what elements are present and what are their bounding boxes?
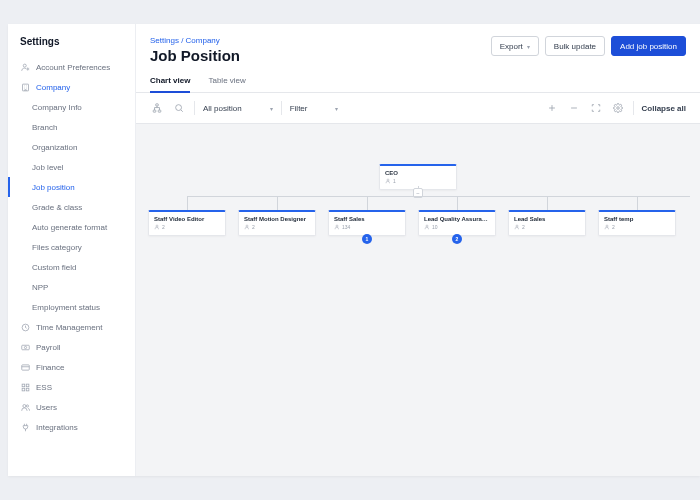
svg-rect-6 (21, 364, 29, 369)
org-node[interactable]: Staff temp2 (598, 210, 676, 236)
hierarchy-icon[interactable] (150, 101, 164, 115)
grid-icon (20, 382, 30, 392)
svg-rect-13 (156, 104, 159, 106)
sidebar-item-job-level[interactable]: Job level (8, 157, 135, 177)
breadcrumb[interactable]: Settings / Company (150, 36, 240, 45)
svg-point-24 (606, 225, 608, 227)
sidebar-item-label: Custom field (32, 263, 76, 272)
node-headcount: 1 (385, 178, 451, 184)
sidebar-item-files-category[interactable]: Files category (8, 237, 135, 257)
bulk-update-button[interactable]: Bulk update (545, 36, 605, 56)
settings-gear-icon[interactable] (611, 101, 625, 115)
search-icon[interactable] (172, 101, 186, 115)
sidebar-item-finance[interactable]: Finance (8, 357, 135, 377)
sidebar-item-label: Payroll (36, 343, 60, 352)
sidebar-item-ess[interactable]: ESS (8, 377, 135, 397)
sidebar-item-label: Grade & class (32, 203, 82, 212)
sidebar-item-job-position[interactable]: Job position (8, 177, 135, 197)
card-icon (20, 362, 30, 372)
svg-point-5 (24, 346, 26, 348)
filter-dropdown[interactable]: Filter ▾ (290, 102, 339, 115)
svg-point-19 (156, 225, 158, 227)
sidebar-item-label: Company Info (32, 103, 82, 112)
chevron-down-icon: ▾ (527, 43, 530, 50)
node-headcount: 10 (424, 224, 490, 230)
sidebar-title: Settings (8, 36, 135, 57)
svg-point-1 (27, 68, 29, 70)
org-node[interactable]: Staff Sales134 (328, 210, 406, 236)
node-headcount: 2 (154, 224, 220, 230)
node-title: Staff Video Editor (154, 216, 220, 222)
sidebar-item-label: Job level (32, 163, 64, 172)
expand-children-badge[interactable]: 1 (362, 234, 372, 244)
svg-point-18 (387, 179, 389, 181)
sidebar-item-employment-status[interactable]: Employment status (8, 297, 135, 317)
svg-point-0 (23, 64, 26, 67)
zoom-out-icon[interactable] (567, 101, 581, 115)
fit-screen-icon[interactable] (589, 101, 603, 115)
zoom-in-icon[interactable] (545, 101, 559, 115)
node-headcount: 134 (334, 224, 400, 230)
expand-children-badge[interactable]: 2 (452, 234, 462, 244)
node-title: Lead Quality Assurance (424, 216, 490, 222)
sidebar-item-label: Finance (36, 363, 64, 372)
sidebar-item-users[interactable]: Users (8, 397, 135, 417)
sidebar-item-organization[interactable]: Organization (8, 137, 135, 157)
sidebar-item-company[interactable]: Company (8, 77, 135, 97)
sidebar-item-company-info[interactable]: Company Info (8, 97, 135, 117)
node-title: Staff Motion Designer (244, 216, 310, 222)
sidebar-item-payroll[interactable]: Payroll (8, 337, 135, 357)
sidebar-item-label: Users (36, 403, 57, 412)
sidebar-item-label: Account Preferences (36, 63, 110, 72)
sidebar-item-label: ESS (36, 383, 52, 392)
sidebar-item-branch[interactable]: Branch (8, 117, 135, 137)
export-button[interactable]: Export ▾ (491, 36, 539, 56)
svg-rect-14 (153, 110, 156, 112)
svg-point-23 (516, 225, 518, 227)
add-job-position-button[interactable]: Add job position (611, 36, 686, 56)
org-chart-canvas[interactable]: CEO 1 − Staff Video Editor2Staff Motion … (136, 124, 700, 476)
svg-point-21 (336, 225, 338, 227)
sidebar-item-label: Branch (32, 123, 57, 132)
sidebar-item-custom-field[interactable]: Custom field (8, 257, 135, 277)
org-node[interactable]: Staff Motion Designer2 (238, 210, 316, 236)
org-node[interactable]: Staff Video Editor2 (148, 210, 226, 236)
sidebar-item-integrations[interactable]: Integrations (8, 417, 135, 437)
svg-point-11 (22, 404, 25, 407)
svg-rect-7 (22, 384, 25, 387)
position-filter-dropdown[interactable]: All position ▾ (203, 102, 273, 115)
chevron-down-icon: ▾ (270, 105, 273, 112)
users-icon (20, 402, 30, 412)
tab-chart-view[interactable]: Chart view (150, 70, 190, 93)
plug-icon (20, 422, 30, 432)
cash-icon (20, 342, 30, 352)
building-icon (20, 82, 30, 92)
org-node[interactable]: Lead Sales2 (508, 210, 586, 236)
svg-point-17 (616, 107, 619, 110)
sidebar-item-npp[interactable]: NPP (8, 277, 135, 297)
org-node[interactable]: Lead Quality Assurance10 (418, 210, 496, 236)
sidebar-item-label: Organization (32, 143, 77, 152)
sidebar-item-time-management[interactable]: Time Management (8, 317, 135, 337)
sidebar-item-label: Time Management (36, 323, 102, 332)
svg-point-22 (426, 225, 428, 227)
svg-rect-10 (26, 388, 29, 391)
svg-rect-9 (22, 388, 25, 391)
sidebar-item-label: Company (36, 83, 70, 92)
user-gear-icon (20, 62, 30, 72)
node-title: CEO (385, 170, 451, 176)
sidebar-item-grade-class[interactable]: Grade & class (8, 197, 135, 217)
sidebar-item-label: Auto generate format (32, 223, 107, 232)
node-title: Staff Sales (334, 216, 400, 222)
collapse-all-button[interactable]: Collapse all (642, 104, 686, 113)
node-headcount: 2 (604, 224, 670, 230)
node-title: Lead Sales (514, 216, 580, 222)
svg-rect-15 (158, 110, 161, 112)
sidebar-item-auto-generate-format[interactable]: Auto generate format (8, 217, 135, 237)
sidebar-item-label: Employment status (32, 303, 100, 312)
page-title: Job Position (150, 47, 240, 64)
svg-rect-4 (21, 345, 29, 350)
sidebar-item-account-preferences[interactable]: Account Preferences (8, 57, 135, 77)
tab-table-view[interactable]: Table view (208, 70, 245, 93)
sidebar-item-label: Job position (32, 183, 75, 192)
